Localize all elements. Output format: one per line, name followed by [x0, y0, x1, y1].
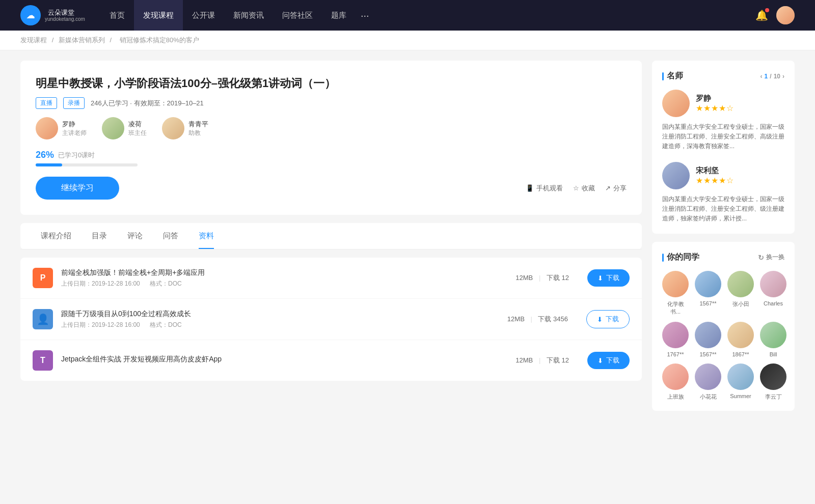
classmate-avatar-6[interactable] [695, 322, 721, 348]
refresh-area: ↻ 换一换 [758, 253, 784, 262]
nav-open[interactable]: 公开课 [183, 0, 224, 31]
sidebar-teacher-2-desc: 国内某重点大学安全工程专业硕士，国家一级注册消防工程师、注册安全工程师、级注册建… [662, 194, 784, 224]
badge-record: 录播 [63, 97, 85, 109]
tab-resource[interactable]: 资料 [188, 223, 224, 249]
sidebar-teacher-1-stars: ★★★★☆ [696, 103, 734, 113]
classmates-title-text: 你的同学 [667, 252, 699, 263]
breadcrumb-current: 销冠修炼术搞定80%的客户 [120, 36, 199, 44]
classmate-item: 化学教书... [662, 271, 689, 316]
nav-qa[interactable]: 问答社区 [273, 0, 322, 31]
download-button-3[interactable]: ⬇ 下载 [587, 352, 630, 369]
classmate-avatar-4[interactable] [760, 271, 786, 297]
collect-button[interactable]: ☆ 收藏 [573, 184, 595, 193]
classmates-card: 你的同学 ↻ 换一换 化学教书... 1567** 张小田 [652, 242, 795, 411]
title-bar-icon [662, 72, 664, 80]
resource-icon-t: T [33, 350, 53, 371]
classmate-name-12: 李云丁 [765, 393, 782, 401]
classmate-item: 小花花 [695, 363, 721, 401]
page-next-icon[interactable]: › [782, 73, 784, 80]
title-bar-icon-2 [662, 254, 664, 262]
sidebar-teacher-1: 罗静 ★★★★☆ 国内某重点大学安全工程专业硕士，国家一级注册消防工程师、注册安… [662, 90, 784, 152]
star-icon: ☆ [573, 184, 579, 192]
bell-icon[interactable]: 🔔 [755, 9, 768, 21]
nav-more[interactable]: ··· [356, 10, 374, 21]
nav-home[interactable]: 首页 [100, 0, 134, 31]
classmate-name-6: 1567** [699, 351, 716, 357]
content-left: 明星中教授课，小学阶段语法100分–强化级第1讲动词（一） 直播 录播 246人… [20, 61, 642, 419]
phone-icon: 📱 [526, 184, 534, 192]
classmate-avatar-1[interactable] [662, 271, 689, 297]
classmate-name-11: Summer [730, 393, 751, 399]
classmate-item: 1567** [695, 322, 721, 357]
logo-sub: yundoketang.com [45, 16, 85, 22]
badge-live: 直播 [36, 97, 57, 109]
course-meta-text: 246人已学习 · 有效期至：2019–10–21 [91, 99, 204, 108]
classmate-item: 1767** [662, 322, 689, 357]
main-content: 明星中教授课，小学阶段语法100分–强化级第1讲动词（一） 直播 录播 246人… [0, 50, 815, 429]
classmate-avatar-12[interactable] [760, 363, 786, 390]
header-right: 🔔 [755, 6, 795, 24]
logo[interactable]: ☁ 云朵课堂 yundoketang.com [20, 5, 85, 25]
header: ☁ 云朵课堂 yundoketang.com 首页 发现课程 公开课 新闻资讯 … [0, 0, 815, 31]
resource-info-1: 前端全栈加强版！前端全栈+全周期+多端应用 上传日期：2019-12-28 16… [61, 268, 507, 288]
refresh-label[interactable]: 换一换 [766, 253, 784, 262]
resource-stats-2: 12MB | 下载 3456 [507, 315, 568, 324]
nav-news[interactable]: 新闻资讯 [224, 0, 273, 31]
continue-learning-button[interactable]: 继续学习 [36, 177, 119, 200]
tab-intro[interactable]: 课程介绍 [31, 223, 82, 249]
course-meta: 直播 录播 246人已学习 · 有效期至：2019–10–21 [36, 97, 627, 109]
resource-info-3: Jetpack全组件实战 开发短视频应用高仿皮皮虾App [61, 355, 507, 366]
teacher-2-info: 凌荷 班主任 [128, 120, 147, 137]
phone-watch-button[interactable]: 📱 手机观看 [526, 184, 563, 193]
content-right: 名师 ‹ 1 / 10 › 罗静 ★★★★☆ 国内某重 [652, 61, 795, 419]
teacher-1-avatar [36, 117, 58, 139]
classmate-avatar-9[interactable] [662, 363, 689, 390]
tab-qa[interactable]: 问答 [153, 223, 188, 249]
progress-bar-bg [36, 163, 138, 166]
classmate-name-4: Charles [764, 300, 783, 306]
resource-stats-1: 12MB | 下载 12 [515, 273, 569, 283]
user-avatar[interactable] [776, 6, 795, 24]
teacher-2-avatar [102, 117, 124, 139]
share-button[interactable]: ↗ 分享 [605, 184, 627, 193]
classmate-avatar-10[interactable] [695, 363, 721, 390]
classmate-item: 张小田 [727, 271, 754, 316]
tab-catalog[interactable]: 目录 [82, 223, 117, 249]
tab-review[interactable]: 评论 [117, 223, 153, 249]
download-button-1[interactable]: ⬇ 下载 [587, 269, 630, 287]
classmate-avatar-7[interactable] [727, 322, 754, 348]
refresh-icon[interactable]: ↻ [758, 254, 764, 262]
btn-actions: 📱 手机观看 ☆ 收藏 ↗ 分享 [526, 184, 627, 193]
resource-stats-3: 12MB | 下载 12 [515, 356, 569, 365]
breadcrumb-series[interactable]: 新媒体营销系列 [59, 36, 105, 44]
page-total: 10 [774, 73, 780, 80]
collect-label: 收藏 [582, 184, 595, 193]
classmate-avatar-3[interactable] [727, 271, 754, 297]
classmate-avatar-8[interactable] [760, 322, 786, 348]
download-button-2[interactable]: ⬇ 下载 [586, 310, 630, 328]
tabs-card: 课程介绍 目录 评论 问答 资料 [20, 223, 642, 249]
classmate-avatar-2[interactable] [695, 271, 721, 297]
logo-icon: ☁ [20, 5, 41, 25]
notification-dot [765, 8, 769, 12]
resource-meta-1: 上传日期：2019-12-28 16:00 格式：DOC [61, 279, 507, 288]
nav-quiz[interactable]: 题库 [322, 0, 356, 31]
teacher-1: 罗静 主讲老师 [36, 117, 87, 139]
classmate-name-8: Bill [770, 351, 777, 357]
classmate-item: 李云丁 [760, 363, 786, 401]
classmate-avatar-11[interactable] [727, 363, 754, 390]
progress-percent: 26% [36, 150, 54, 160]
teacher-1-role: 主讲老师 [62, 129, 87, 137]
page-current: 1 [765, 73, 768, 80]
teacher-2-name: 凌荷 [128, 120, 147, 129]
sidebar-teacher-2-stars: ★★★★☆ [696, 176, 734, 185]
breadcrumb-discover[interactable]: 发现课程 [20, 36, 47, 44]
page-prev-icon[interactable]: ‹ [760, 73, 763, 80]
action-row: 继续学习 📱 手机观看 ☆ 收藏 ↗ 分享 [36, 177, 627, 200]
classmate-avatar-5[interactable] [662, 322, 689, 348]
nav-discover[interactable]: 发现课程 [134, 0, 183, 31]
teacher-3-name: 青青平 [188, 120, 208, 129]
logo-name: 云朵课堂 [48, 9, 85, 17]
download-icon-3: ⬇ [597, 357, 603, 365]
progress-desc: 已学习0课时 [58, 151, 95, 160]
